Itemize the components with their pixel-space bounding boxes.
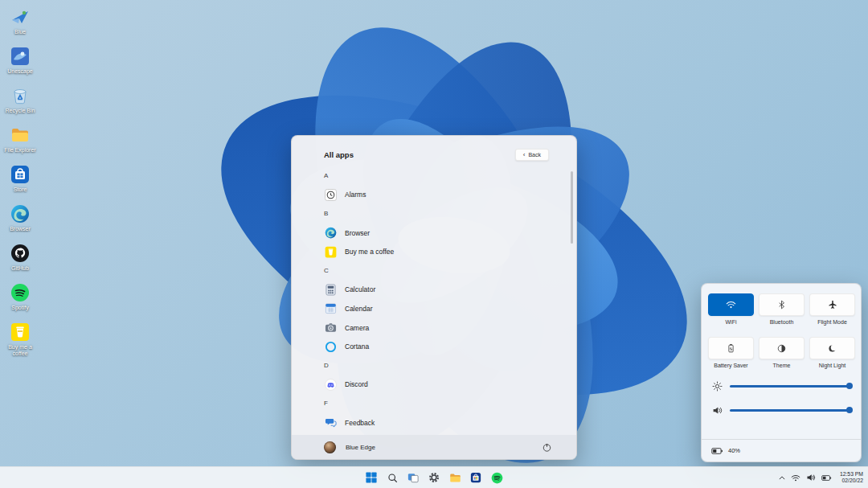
calendar-icon <box>324 302 337 315</box>
store-icon <box>470 472 481 483</box>
desktop-icon-spotify[interactable]: Spotify <box>2 282 39 311</box>
search-button[interactable] <box>383 468 402 487</box>
clock-date: 02/20/22 <box>840 478 863 485</box>
brightness-knob[interactable] <box>846 383 853 389</box>
search-icon <box>387 473 398 483</box>
section-letter-d[interactable]: D <box>292 356 571 375</box>
recycle-bin-icon <box>10 85 31 106</box>
system-tray: 12:53 PM 02/20/22 <box>779 467 863 488</box>
desktop-icon-unescape[interactable]: Unescape <box>2 46 39 75</box>
feedback-icon <box>324 416 337 429</box>
section-letter-c[interactable]: C <box>292 261 571 281</box>
section-letter-a[interactable]: A <box>292 166 571 186</box>
theme-toggle[interactable] <box>759 337 805 359</box>
taskbar-clock[interactable]: 12:53 PM 02/20/22 <box>837 471 863 485</box>
app-item-alarms[interactable]: Alarms <box>292 186 571 205</box>
app-item-cortana[interactable]: Cortana <box>292 337 571 356</box>
app-item-buy-me-a-coffee[interactable]: Buy me a coffee <box>292 242 571 261</box>
wifi-toggle[interactable] <box>708 293 754 316</box>
start-menu-all-apps: All apps ‹ Back A Alarms B Browser Buy m… <box>291 135 577 460</box>
wifi-icon <box>791 474 800 482</box>
gear-icon <box>428 472 440 483</box>
desktop-icon-file-explorer[interactable]: File Explorer <box>2 125 39 154</box>
start-button[interactable] <box>362 468 381 487</box>
settings-button[interactable] <box>424 468 444 487</box>
app-item-discord[interactable]: Discord <box>292 375 571 395</box>
coffee-icon <box>324 245 337 258</box>
desktop-icon-list: Blue Unescape Recycle Bin File Explorer … <box>2 6 39 357</box>
chevron-left-icon: ‹ <box>523 153 526 158</box>
power-button[interactable] <box>542 442 552 453</box>
windows-logo-icon <box>366 472 377 483</box>
wifi-icon <box>726 301 736 309</box>
volume-slider[interactable] <box>711 404 851 416</box>
desktop-icon-label: Browser <box>10 226 31 232</box>
night-light-toggle[interactable] <box>809 337 855 359</box>
section-letter-b[interactable]: B <box>292 204 571 223</box>
tray-chevron-up-button[interactable] <box>779 476 785 480</box>
desktop-icon-label: Buy me a coffee <box>2 344 38 357</box>
battery-saver-toggle[interactable] <box>708 337 754 359</box>
volume-icon <box>806 473 816 482</box>
task-view-button[interactable] <box>403 468 423 487</box>
desktop-icon-store[interactable]: Store <box>2 164 39 193</box>
chevron-up-icon <box>779 476 785 480</box>
desktop-icon-blue[interactable]: Blue <box>2 6 39 35</box>
app-item-calendar[interactable]: Calendar <box>292 299 571 318</box>
spotify-icon <box>491 472 503 484</box>
desktop-icon-browser[interactable]: Browser <box>2 203 39 232</box>
quick-settings-footer: 40% <box>702 439 861 461</box>
spotify-icon <box>10 282 31 303</box>
desktop-icon-buy-me-a-coffee[interactable]: Buy me a coffee <box>2 322 39 357</box>
airplane-icon <box>828 300 837 310</box>
github-icon <box>10 243 31 264</box>
battery-percentage[interactable]: 40% <box>728 447 740 454</box>
calculator-icon <box>324 283 337 296</box>
coffee-icon <box>10 322 31 342</box>
unescape-icon <box>10 46 31 67</box>
desktop-icon-recycle-bin[interactable]: Recycle Bin <box>2 85 39 114</box>
power-icon <box>542 442 552 453</box>
app-item-calculator[interactable]: Calculator <box>292 281 571 300</box>
desktop-icon-label: Unescape <box>7 68 33 75</box>
user-avatar[interactable] <box>324 441 336 453</box>
alarms-icon <box>324 188 337 201</box>
start-menu-header: All apps ‹ Back <box>292 136 576 161</box>
night-light-icon <box>828 344 837 353</box>
brightness-track[interactable] <box>730 385 851 388</box>
taskbar: 12:53 PM 02/20/22 <box>0 466 868 488</box>
app-item-camera[interactable]: Camera <box>292 318 571 338</box>
tray-volume-button[interactable] <box>806 473 816 482</box>
file-explorer-button[interactable] <box>445 468 465 487</box>
desktop-icon-label: Recycle Bin <box>6 108 35 114</box>
bluetooth-toggle[interactable] <box>759 293 805 316</box>
desktop-icon-label: File Explorer <box>4 147 35 154</box>
volume-knob[interactable] <box>846 407 853 413</box>
store-button[interactable] <box>466 468 485 487</box>
desktop-icon-label: Store <box>14 187 27 193</box>
file-explorer-icon <box>449 472 461 484</box>
brightness-icon <box>711 380 723 392</box>
taskbar-center-icons <box>362 467 506 488</box>
section-letter-f[interactable]: F <box>292 394 571 413</box>
bluetooth-icon <box>778 300 785 310</box>
desktop-icon-github[interactable]: GitHub <box>2 243 39 272</box>
clock-time: 12:53 PM <box>840 471 863 478</box>
spotify-button[interactable] <box>487 468 506 487</box>
all-apps-scrollbar[interactable] <box>571 171 573 244</box>
flight-mode-toggle[interactable] <box>809 293 855 316</box>
tray-battery-button[interactable] <box>821 474 832 482</box>
brightness-slider[interactable] <box>711 380 851 392</box>
tray-wifi-button[interactable] <box>791 474 800 482</box>
volume-icon <box>711 404 723 416</box>
theme-icon <box>777 344 786 353</box>
user-name[interactable]: Blue Edge <box>346 444 542 451</box>
app-item-browser[interactable]: Browser <box>292 223 571 243</box>
volume-track[interactable] <box>730 409 851 412</box>
discord-icon <box>324 378 337 391</box>
all-apps-list: A Alarms B Browser Buy me a coffee C <box>292 166 571 432</box>
battery-saver-icon <box>727 343 735 353</box>
back-button[interactable]: ‹ Back <box>515 149 549 161</box>
browser-icon <box>324 227 337 240</box>
app-item-feedback[interactable]: Feedback <box>292 413 571 433</box>
